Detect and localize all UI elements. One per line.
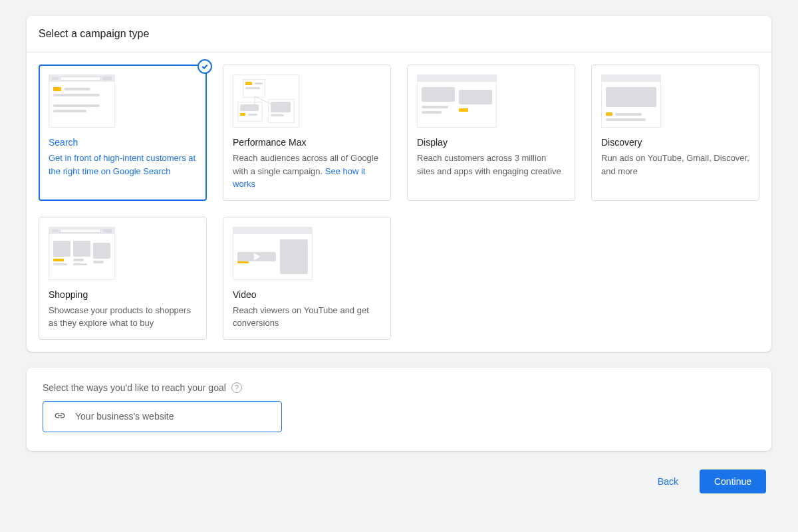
continue-button[interactable]: Continue (700, 469, 766, 493)
goal-option-label: Your business's website (75, 411, 174, 422)
goal-option-website[interactable]: Your business's website (43, 401, 282, 432)
card-title: Discovery (601, 137, 749, 148)
card-title: Search (49, 137, 197, 148)
card-title: Video (233, 289, 381, 300)
check-icon (198, 59, 212, 74)
svg-line-1 (255, 96, 272, 104)
pmax-thumbnail (233, 74, 299, 128)
goal-panel: Select the ways you'd like to reach your… (27, 368, 771, 451)
search-thumbnail (49, 74, 115, 128)
card-title: Display (417, 137, 565, 148)
card-desc: Reach viewers on YouTube and get convers… (233, 304, 381, 330)
campaign-card-search[interactable]: Search Get in front of high-intent custo… (39, 65, 207, 201)
svg-marker-2 (254, 253, 261, 260)
goal-section-label: Select the ways you'd like to reach your… (43, 382, 242, 393)
help-icon[interactable]: ? (231, 382, 242, 393)
campaign-card-video[interactable]: Video Reach viewers on YouTube and get c… (223, 217, 391, 340)
campaign-card-performance-max[interactable]: Performance Max Reach audiences across a… (223, 65, 391, 201)
card-desc: Showcase your products to shoppers as th… (49, 304, 197, 330)
card-title: Performance Max (233, 137, 381, 148)
shopping-thumbnail (49, 227, 115, 280)
campaign-card-display[interactable]: Display Reach customers across 3 million… (407, 65, 575, 201)
campaign-card-shopping[interactable]: Shopping Showcase your products to shopp… (39, 217, 207, 340)
card-title: Shopping (49, 289, 197, 300)
campaign-type-panel: Select a campaign type Search Get in fro… (27, 16, 771, 352)
campaign-card-grid: Search Get in front of high-intent custo… (27, 53, 771, 352)
campaign-card-discovery[interactable]: Discovery Run ads on YouTube, Gmail, Dis… (591, 65, 759, 201)
video-thumbnail (233, 227, 313, 280)
card-desc: Run ads on YouTube, Gmail, Discover, and… (601, 152, 749, 178)
back-button[interactable]: Back (650, 471, 686, 492)
card-desc: Reach audiences across all of Google wit… (233, 152, 381, 191)
display-thumbnail (417, 74, 497, 128)
discovery-thumbnail (601, 74, 661, 128)
panel-title: Select a campaign type (27, 16, 771, 53)
card-desc: Reach customers across 3 million sites a… (417, 152, 565, 178)
footer-actions: Back Continue (27, 467, 771, 496)
card-desc: Get in front of high-intent customers at… (49, 152, 197, 178)
link-icon (53, 410, 67, 424)
